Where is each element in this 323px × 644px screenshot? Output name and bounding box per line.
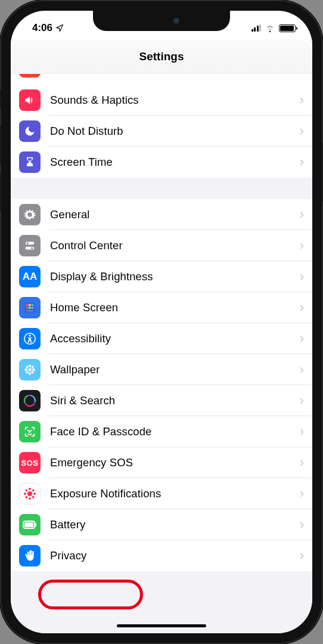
- homegrid-icon: [19, 297, 41, 318]
- row-exposure[interactable]: Exposure Notifications ›: [11, 478, 312, 509]
- mute-switch: [0, 89, 1, 109]
- row-label: Control Center: [50, 239, 300, 252]
- row-controlcenter[interactable]: Control Center ›: [11, 230, 312, 261]
- wifi-icon: [265, 24, 275, 32]
- siri-icon: [19, 390, 41, 411]
- svg-rect-8: [26, 306, 29, 309]
- row-label: Battery: [50, 518, 300, 531]
- svg-rect-39: [24, 522, 33, 527]
- row-homescreen[interactable]: Home Screen ›: [11, 292, 312, 323]
- svg-rect-40: [35, 523, 36, 527]
- status-time: 4:06: [32, 22, 52, 34]
- row-sos[interactable]: SOS Emergency SOS ›: [11, 447, 312, 478]
- chevron-right-icon: ›: [300, 424, 304, 439]
- svg-point-16: [29, 372, 32, 375]
- chevron-right-icon: ›: [300, 362, 304, 377]
- nav-header: Settings: [11, 39, 312, 74]
- volume-down-button: [0, 173, 1, 212]
- svg-rect-11: [26, 310, 34, 312]
- svg-point-27: [28, 431, 29, 431]
- row-label: Siri & Search: [50, 394, 300, 407]
- chevron-right-icon: ›: [300, 92, 304, 108]
- svg-point-20: [32, 366, 34, 368]
- sos-icon: SOS: [19, 452, 41, 473]
- row-label: Privacy: [50, 549, 300, 562]
- row-faceid[interactable]: Face ID & Passcode ›: [11, 416, 312, 447]
- chevron-right-icon: ›: [300, 331, 304, 346]
- svg-point-19: [26, 366, 28, 368]
- chevron-right-icon: ›: [300, 123, 304, 139]
- chevron-right-icon: ›: [300, 269, 304, 284]
- svg-point-37: [32, 496, 34, 498]
- settings-group-general: General › Control Center › AA D: [11, 199, 312, 571]
- notch: [93, 11, 230, 31]
- row-general[interactable]: General ›: [11, 199, 312, 230]
- battery-row-icon: [19, 514, 41, 535]
- svg-point-17: [24, 369, 27, 371]
- svg-rect-9: [29, 306, 31, 309]
- chevron-right-icon: ›: [300, 517, 304, 532]
- chevron-right-icon: ›: [300, 300, 304, 315]
- row-battery[interactable]: Battery ›: [11, 509, 312, 540]
- row-label: Home Screen: [50, 301, 300, 314]
- battery-icon: [279, 24, 296, 32]
- row-label: Exposure Notifications: [50, 487, 300, 500]
- row-display[interactable]: AA Display & Brightness ›: [11, 261, 312, 292]
- svg-point-18: [32, 369, 35, 371]
- page-title: Settings: [139, 50, 184, 63]
- gear-icon: [19, 204, 41, 225]
- svg-point-31: [29, 498, 31, 500]
- chevron-right-icon: ›: [300, 207, 304, 222]
- settings-group-personalize: Notifications › Sounds & Haptics ›: [11, 74, 312, 178]
- svg-point-32: [24, 493, 26, 495]
- row-label: Display & Brightness: [50, 270, 300, 283]
- hand-icon: [19, 545, 41, 566]
- row-siri[interactable]: Siri & Search ›: [11, 385, 312, 416]
- svg-rect-6: [29, 304, 31, 306]
- svg-rect-7: [32, 304, 34, 306]
- svg-rect-10: [32, 306, 34, 309]
- row-label: Accessibility: [50, 332, 300, 345]
- chevron-right-icon: ›: [300, 455, 304, 470]
- row-label: Face ID & Passcode: [50, 425, 300, 438]
- svg-point-1: [27, 242, 29, 244]
- chevron-right-icon: ›: [300, 74, 304, 75]
- chevron-right-icon: ›: [300, 548, 304, 564]
- svg-point-35: [32, 490, 34, 491]
- svg-point-13: [29, 335, 30, 336]
- row-accessibility[interactable]: Accessibility ›: [11, 323, 312, 354]
- svg-point-3: [31, 247, 33, 249]
- row-wallpaper[interactable]: Wallpaper ›: [11, 354, 312, 385]
- svg-point-15: [29, 364, 32, 367]
- svg-point-36: [26, 496, 27, 498]
- exposure-icon: [19, 483, 41, 504]
- row-dnd[interactable]: Do Not Disturb ›: [11, 116, 312, 147]
- chevron-right-icon: ›: [300, 238, 304, 253]
- bell-icon: [19, 74, 41, 78]
- accessibility-icon: [19, 328, 41, 349]
- svg-point-28: [31, 431, 32, 431]
- settings-list[interactable]: Notifications › Sounds & Haptics ›: [11, 74, 312, 633]
- chevron-right-icon: ›: [300, 393, 304, 408]
- location-icon: [55, 24, 64, 32]
- screen: 4:06 Settings: [11, 11, 312, 633]
- toggles-icon: [19, 235, 41, 256]
- phone-frame: 4:06 Settings: [0, 0, 323, 644]
- row-screentime[interactable]: Screen Time ›: [11, 147, 312, 178]
- row-sounds[interactable]: Sounds & Haptics ›: [11, 85, 312, 116]
- svg-point-30: [29, 488, 31, 490]
- row-label: Emergency SOS: [50, 456, 300, 469]
- row-privacy[interactable]: Privacy ›: [11, 540, 312, 571]
- row-label: Sounds & Haptics: [50, 94, 300, 107]
- svg-rect-5: [26, 304, 29, 306]
- moon-icon: [19, 120, 41, 142]
- annotation-highlight: [38, 580, 143, 609]
- row-notifications-partial[interactable]: Notifications ›: [11, 74, 312, 85]
- row-label: Wallpaper: [50, 363, 300, 376]
- svg-point-21: [26, 371, 28, 374]
- row-label: Screen Time: [50, 156, 300, 169]
- row-label: General: [50, 208, 300, 221]
- svg-point-26: [24, 395, 36, 407]
- flower-icon: [19, 359, 41, 380]
- home-indicator[interactable]: [117, 624, 206, 627]
